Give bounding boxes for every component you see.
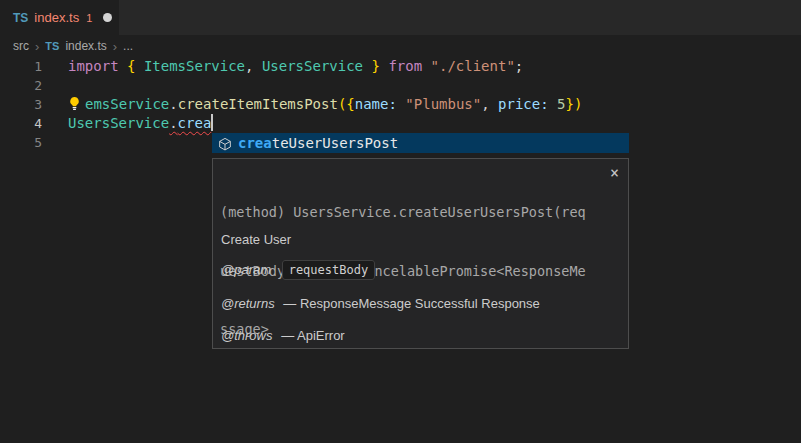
typescript-file-icon: TS xyxy=(13,11,28,25)
chevron-right-icon: › xyxy=(113,39,117,54)
signature-line: (method) UsersService.createUserUsersPos… xyxy=(220,203,602,223)
typescript-file-icon: TS xyxy=(45,40,59,52)
code-token xyxy=(363,58,371,74)
code-token: . xyxy=(169,96,177,112)
code-text: emsService.createItemItemsPost({name: "P… xyxy=(68,95,801,114)
param-tag: @param xyxy=(221,262,271,277)
throws-tag: @throws xyxy=(221,328,273,343)
code-token: } xyxy=(372,58,380,74)
code-line[interactable]: 1import { ItemsService, UsersService } f… xyxy=(0,57,801,76)
breadcrumb-folder[interactable]: src xyxy=(13,39,29,53)
breadcrumb-file[interactable]: index.ts xyxy=(65,39,106,53)
suggest-docs-panel: (method) UsersService.createUserUsersPos… xyxy=(212,158,629,349)
code-token xyxy=(422,58,430,74)
breadcrumb: src › TS index.ts › ... xyxy=(0,35,801,57)
code-token: , xyxy=(481,96,498,112)
doc-throws-row: @throws — ApiError xyxy=(221,328,345,343)
suggest-label: createUserUsersPost xyxy=(238,133,398,153)
returns-tag: @returns xyxy=(221,296,275,311)
suggest-match-text: crea xyxy=(238,135,272,151)
vscode-window: TS index.ts 1 src › TS index.ts › ... 1i… xyxy=(0,0,801,443)
code-token xyxy=(119,58,127,74)
code-token: name: xyxy=(355,96,397,112)
returns-text: — ResponseMessage Successful Response xyxy=(283,296,540,311)
throws-text: — ApiError xyxy=(281,328,345,343)
code-text: UsersService.crea xyxy=(68,114,801,133)
code-token: createItemItemsPost xyxy=(178,96,338,112)
tab-error-count-badge: 1 xyxy=(86,12,92,24)
suggest-rest-text: teUserUsersPost xyxy=(272,135,398,151)
param-name-chip: requestBody xyxy=(282,260,375,280)
code-token: ItemsService xyxy=(144,58,245,74)
line-number: 2 xyxy=(0,76,42,95)
code-line[interactable]: 3emsService.createItemItemsPost({name: "… xyxy=(0,95,801,114)
doc-returns-row: @returns — ResponseMessage Successful Re… xyxy=(221,296,540,311)
symbol-method-icon xyxy=(218,136,232,150)
code-token: . xyxy=(169,115,177,131)
code-token: }) xyxy=(566,96,583,112)
suggest-widget: createUserUsersPost (method) UsersServic… xyxy=(212,133,629,349)
code-token: import xyxy=(68,58,119,74)
line-number: 1 xyxy=(0,57,42,76)
code-token xyxy=(549,96,557,112)
chevron-right-icon: › xyxy=(35,39,39,54)
line-number: 4 xyxy=(0,114,42,133)
code-token: from xyxy=(388,58,422,74)
code-token: price: xyxy=(498,96,549,112)
code-token: ({ xyxy=(338,96,355,112)
code-token: ; xyxy=(515,58,523,74)
code-token: , xyxy=(245,58,262,74)
code-token: UsersService xyxy=(68,115,169,131)
breadcrumb-symbol-ellipsis[interactable]: ... xyxy=(123,39,133,53)
code-token: crea xyxy=(178,115,212,131)
code-token: UsersService xyxy=(262,58,363,74)
code-text: import { ItemsService, UsersService } fr… xyxy=(68,57,801,76)
code-token: "Plumbus" xyxy=(405,96,481,112)
code-token xyxy=(135,58,143,74)
code-token: 5 xyxy=(557,96,565,112)
lightbulb-icon[interactable] xyxy=(68,96,85,111)
doc-description: Create User xyxy=(221,232,291,247)
suggest-item-createUserUsersPost[interactable]: createUserUsersPost xyxy=(212,133,629,153)
code-line[interactable]: 4UsersService.crea xyxy=(0,114,801,133)
tab-bar: TS index.ts 1 xyxy=(0,0,801,35)
line-number: 3 xyxy=(0,95,42,114)
modified-dot-icon[interactable] xyxy=(103,13,112,22)
tab-filename: index.ts xyxy=(34,10,79,25)
code-token: "./client" xyxy=(431,58,515,74)
code-line[interactable]: 2 xyxy=(0,76,801,95)
text-cursor xyxy=(211,114,213,131)
code-token: emsService xyxy=(85,96,169,112)
close-icon[interactable]: × xyxy=(610,167,619,180)
line-number: 5 xyxy=(0,133,42,152)
doc-param-row: @param requestBody xyxy=(221,262,375,277)
tab-index-ts[interactable]: TS index.ts 1 xyxy=(0,0,119,35)
